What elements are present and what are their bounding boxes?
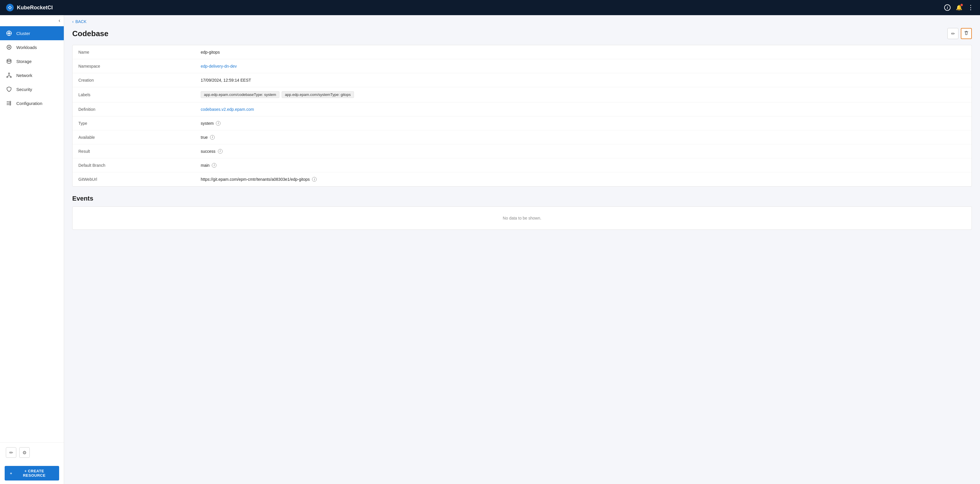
- definition-link[interactable]: codebases.v2.edp.epam.com: [201, 107, 254, 112]
- table-row: Result success i: [73, 144, 972, 158]
- detail-card: Name edp-gitops Namespace edp-delivery-d…: [72, 45, 972, 187]
- app-title: KubeRocketCI: [17, 5, 53, 11]
- page-title: Codebase: [72, 29, 108, 38]
- navbar-logo: KubeRocketCI: [6, 3, 944, 12]
- delete-button[interactable]: [961, 28, 972, 39]
- label-default-branch: Default Branch: [73, 158, 195, 172]
- sidebar-label-network: Network: [16, 73, 32, 78]
- more-button[interactable]: ⋮: [967, 4, 974, 11]
- cluster-icon: [6, 30, 12, 36]
- available-value: true: [201, 135, 208, 140]
- value-default-branch: main i: [195, 158, 222, 172]
- navbar: KubeRocketCI i 🔔 ⋮: [0, 0, 980, 15]
- page-header: Codebase ✏: [72, 28, 972, 39]
- type-value: system: [201, 121, 213, 126]
- sidebar-bottom: ✏ ⚙: [0, 442, 64, 462]
- value-labels: app.edp.epam.com/codebaseType: system ap…: [195, 87, 360, 102]
- value-name: edp-gitops: [195, 45, 226, 59]
- sidebar-label-storage: Storage: [16, 59, 32, 64]
- page-actions: ✏: [947, 28, 972, 39]
- back-arrow-icon: ‹: [72, 19, 74, 24]
- table-row: Name edp-gitops: [73, 45, 972, 59]
- no-data-text: No data to be shown.: [503, 216, 541, 220]
- collapse-icon: ‹: [59, 18, 60, 24]
- edit-button[interactable]: ✏: [947, 28, 958, 39]
- delete-icon: [964, 30, 969, 37]
- table-row: Definition codebases.v2.edp.epam.com: [73, 102, 972, 116]
- svg-point-10: [7, 59, 11, 61]
- label-name: Name: [73, 45, 195, 59]
- events-card: No data to be shown.: [72, 206, 972, 230]
- result-info-icon[interactable]: i: [218, 149, 223, 154]
- svg-rect-13: [7, 77, 8, 78]
- notification-button[interactable]: 🔔: [956, 4, 962, 11]
- configuration-icon: [6, 100, 12, 106]
- result-value: success: [201, 149, 216, 154]
- sidebar: ‹ Cluster: [0, 15, 64, 484]
- plus-icon: +: [10, 471, 12, 476]
- sidebar-collapse-button[interactable]: ‹: [0, 15, 64, 26]
- value-git-web-url: https://git.epam.com/epm-cmtr/tenants/a0…: [195, 173, 323, 186]
- table-row: GitWebUrl https://git.epam.com/epm-cmtr/…: [73, 173, 972, 186]
- sidebar-item-security[interactable]: Security: [0, 82, 64, 96]
- sidebar-item-storage[interactable]: Storage: [0, 54, 64, 68]
- back-label: BACK: [75, 19, 86, 24]
- main-content: ‹ BACK Codebase ✏: [64, 15, 980, 484]
- table-row: Creation 17/09/2024, 12:59:14 EEST: [73, 73, 972, 87]
- edit-icon: ✏: [951, 31, 955, 37]
- available-info-icon[interactable]: i: [210, 135, 215, 140]
- create-resource-button[interactable]: + + CREATE RESOURCE: [5, 466, 59, 481]
- logo-icon: [6, 3, 14, 12]
- label-definition: Definition: [73, 102, 195, 116]
- svg-point-21: [10, 101, 11, 102]
- value-creation: 17/09/2024, 12:59:14 EEST: [195, 73, 257, 87]
- network-icon: [6, 72, 12, 78]
- sidebar-item-network[interactable]: Network: [0, 68, 64, 82]
- type-info-icon[interactable]: i: [216, 121, 221, 126]
- layout: ‹ Cluster: [0, 15, 980, 484]
- label-creation: Creation: [73, 73, 195, 87]
- table-row: Type system i: [73, 116, 972, 130]
- svg-point-1: [9, 7, 11, 8]
- svg-point-22: [10, 103, 11, 104]
- security-icon: [6, 86, 12, 92]
- info-button[interactable]: i: [944, 4, 951, 11]
- label-result: Result: [73, 144, 195, 158]
- storage-icon: [6, 58, 12, 64]
- label-chip-1: app.edp.epam.com/systemType: gitops: [282, 91, 354, 98]
- default-branch-info-icon[interactable]: i: [212, 163, 216, 168]
- svg-rect-14: [10, 77, 11, 78]
- label-chip-0: app.edp.epam.com/codebaseType: system: [201, 91, 279, 98]
- events-section-title: Events: [72, 195, 972, 202]
- sidebar-label-cluster: Cluster: [16, 31, 30, 36]
- label-available: Available: [73, 130, 195, 144]
- svg-point-23: [10, 104, 11, 105]
- sidebar-item-workloads[interactable]: Workloads: [0, 40, 64, 54]
- create-resource-label: + CREATE RESOURCE: [14, 469, 54, 478]
- table-row: Labels app.edp.epam.com/codebaseType: sy…: [73, 87, 972, 102]
- sidebar-item-configuration[interactable]: Configuration: [0, 96, 64, 110]
- name-value: edp-gitops: [201, 50, 220, 54]
- info-icon: i: [944, 4, 951, 11]
- label-type: Type: [73, 116, 195, 130]
- table-row: Default Branch main i: [73, 158, 972, 173]
- more-icon: ⋮: [967, 4, 974, 11]
- value-definition: codebases.v2.edp.epam.com: [195, 102, 260, 116]
- sidebar-item-cluster[interactable]: Cluster: [0, 26, 64, 40]
- label-git-web-url: GitWebUrl: [73, 173, 195, 186]
- pencil-button[interactable]: ✏: [6, 447, 16, 458]
- sidebar-label-workloads: Workloads: [16, 45, 37, 50]
- gear-button[interactable]: ⚙: [19, 447, 30, 458]
- value-available: true i: [195, 130, 221, 144]
- value-namespace: edp-delivery-dn-dev: [195, 59, 243, 73]
- sidebar-nav: Cluster Workloads: [0, 26, 64, 442]
- notification-dot: [961, 4, 963, 6]
- svg-point-9: [8, 47, 10, 48]
- value-type: system i: [195, 116, 226, 130]
- back-bar[interactable]: ‹ BACK: [64, 15, 980, 28]
- namespace-link[interactable]: edp-delivery-dn-dev: [201, 64, 237, 69]
- svg-point-3: [8, 32, 10, 34]
- table-row: Available true i: [73, 130, 972, 144]
- content-area: Codebase ✏: [64, 28, 980, 238]
- git-web-url-info-icon[interactable]: i: [312, 177, 317, 182]
